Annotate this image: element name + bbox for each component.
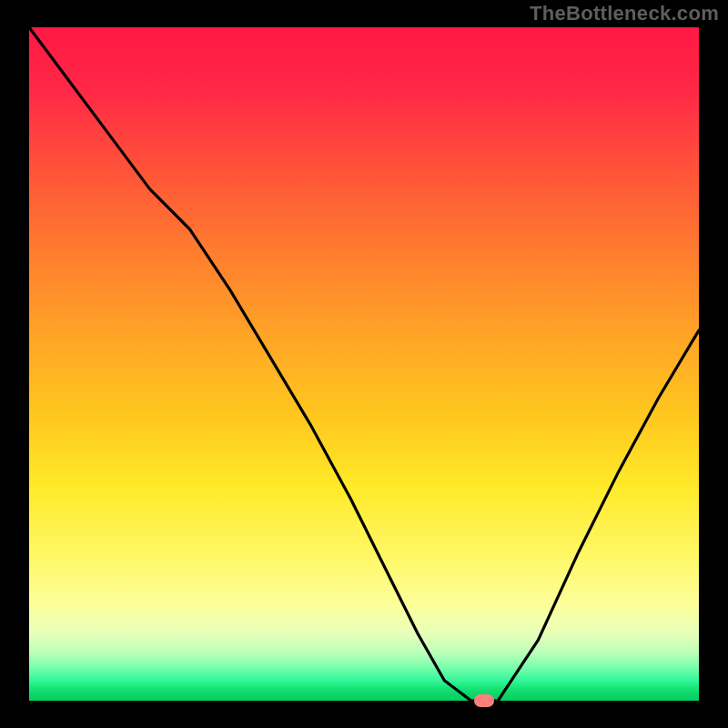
bottleneck-curve [29, 27, 699, 701]
chart-frame: TheBottleneck.com [0, 0, 728, 728]
watermark-label: TheBottleneck.com [530, 2, 719, 25]
optimal-point-marker [474, 694, 494, 707]
plot-area [29, 27, 699, 701]
